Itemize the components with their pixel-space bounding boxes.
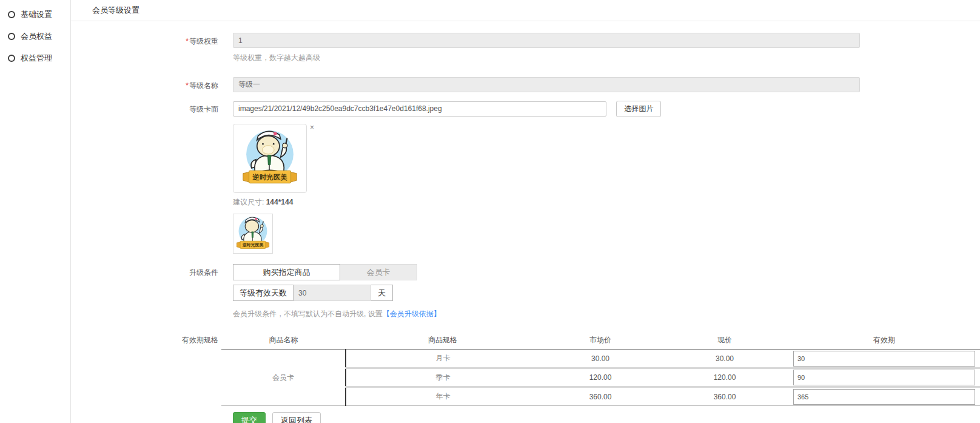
price-cell: 30.00 xyxy=(661,350,788,368)
level-card-label: 等级卡面 xyxy=(71,101,218,254)
back-to-list-button[interactable]: 返回列表 xyxy=(272,412,321,423)
col-header-market-price: 市场价 xyxy=(540,333,661,350)
required-asterisk: * xyxy=(186,81,189,90)
size-hint: 建议尺寸: 144*144 xyxy=(233,197,980,208)
card-image-preview-wrap: 逆时光医美 × xyxy=(233,124,980,193)
form-row-level-name: *等级名称 xyxy=(71,77,980,92)
radio-circle-icon xyxy=(8,33,15,40)
settings-sidebar: 基础设置 会员权益 权益管理 xyxy=(0,0,71,423)
sidebar-item-label: 会员权益 xyxy=(21,31,52,42)
col-header-product-name: 商品名称 xyxy=(221,333,346,350)
level-weight-label: *等级权重 xyxy=(71,33,218,63)
market-price-cell: 360.00 xyxy=(540,387,661,406)
upgrade-basis-link[interactable]: 【会员升级依据】 xyxy=(383,310,441,318)
mascot-image-small: 逆时光医美 xyxy=(233,214,272,253)
col-header-product-spec: 商品规格 xyxy=(346,333,540,350)
member-level-form: *等级权重 等级权重，数字越大越高级 *等级名称 等级卡面 xyxy=(71,33,980,423)
validity-input[interactable] xyxy=(793,351,975,367)
submit-button[interactable]: 提交 xyxy=(233,412,266,423)
tab-member-card[interactable]: 会员卡 xyxy=(340,264,417,280)
choose-image-button[interactable]: 选择图片 xyxy=(616,101,661,117)
valid-days-unit: 天 xyxy=(371,285,393,301)
validity-input[interactable] xyxy=(793,389,975,405)
card-image-preview: 逆时光医美 xyxy=(233,124,307,193)
sidebar-item-basic-settings[interactable]: 基础设置 xyxy=(0,4,70,25)
sidebar-item-label: 权益管理 xyxy=(21,53,52,64)
upgrade-condition-tabs: 购买指定商品 会员卡 xyxy=(233,264,980,280)
radio-circle-icon xyxy=(8,55,15,62)
upgrade-help: 会员升级条件，不填写默认为不自动升级, 设置【会员升级依据】 xyxy=(233,309,980,319)
level-name-input[interactable] xyxy=(233,77,860,92)
card-image-path-input[interactable] xyxy=(233,101,606,117)
spec-cell: 年卡 xyxy=(346,387,540,406)
svg-text:逆时光医美: 逆时光医美 xyxy=(242,242,264,248)
app-window: 基础设置 会员权益 权益管理 会员等级设置 *等级权重 等级权重，数字越大越高级 xyxy=(0,0,980,423)
price-cell: 360.00 xyxy=(661,387,788,406)
market-price-cell: 30.00 xyxy=(540,350,661,368)
required-asterisk: * xyxy=(186,37,189,46)
mascot-image: 逆时光医美 xyxy=(238,126,302,191)
size-hint-value: 144*144 xyxy=(266,198,294,206)
card-image-thumbnail: 逆时光医美 xyxy=(233,214,273,254)
price-cell: 120.00 xyxy=(661,368,788,387)
tab-buy-specified-goods[interactable]: 购买指定商品 xyxy=(233,264,340,280)
product-name-cell: 会员卡 xyxy=(221,350,346,406)
sidebar-item-member-benefits[interactable]: 会员权益 xyxy=(0,25,70,47)
validity-spec-section: 有效期规格 商品名称 商品规格 市场价 现价 有效期 会员卡 xyxy=(71,333,980,406)
sidebar-item-label: 基础设置 xyxy=(21,9,52,20)
col-header-price: 现价 xyxy=(661,333,788,350)
form-row-level-card: 等级卡面 选择图片 xyxy=(71,101,980,254)
table-row: 会员卡 月卡 30.00 30.00 xyxy=(221,350,980,368)
spec-table: 商品名称 商品规格 市场价 现价 有效期 会员卡 月卡 30.00 30.00 xyxy=(221,333,980,406)
sidebar-item-benefit-management[interactable]: 权益管理 xyxy=(0,47,70,69)
valid-days-label: 等级有效天数 xyxy=(233,285,294,301)
mascot-banner-text: 逆时光医美 xyxy=(252,173,287,181)
validity-spec-label: 有效期规格 xyxy=(71,333,218,406)
form-actions: 提交 返回列表 xyxy=(233,412,980,423)
page-title: 会员等级设置 xyxy=(71,0,980,21)
valid-days-group: 等级有效天数 天 xyxy=(233,285,980,301)
spec-table-header-row: 商品名称 商品规格 市场价 现价 有效期 xyxy=(221,333,980,350)
main-content: 会员等级设置 *等级权重 等级权重，数字越大越高级 *等级名称 等级卡面 xyxy=(71,0,980,423)
close-icon[interactable]: × xyxy=(310,124,314,131)
form-row-upgrade-condition: 升级条件 购买指定商品 会员卡 等级有效天数 天 会员升级条件，不填写默认为不自… xyxy=(71,264,980,319)
level-name-label: *等级名称 xyxy=(71,77,218,92)
upgrade-condition-label: 升级条件 xyxy=(71,264,218,319)
col-header-validity: 有效期 xyxy=(788,333,980,350)
level-weight-input[interactable] xyxy=(233,33,860,48)
card-path-row: 选择图片 xyxy=(233,101,980,117)
validity-input[interactable] xyxy=(793,370,975,385)
market-price-cell: 120.00 xyxy=(540,368,661,387)
spec-cell: 季卡 xyxy=(346,368,540,387)
form-row-level-weight: *等级权重 等级权重，数字越大越高级 xyxy=(71,33,980,63)
level-weight-help: 等级权重，数字越大越高级 xyxy=(233,53,980,63)
valid-days-input[interactable] xyxy=(294,285,371,301)
spec-cell: 月卡 xyxy=(346,350,540,368)
radio-circle-icon xyxy=(8,11,15,18)
